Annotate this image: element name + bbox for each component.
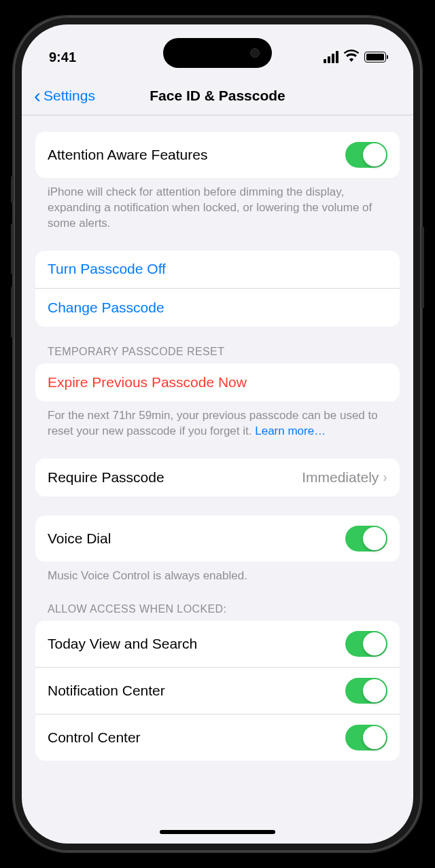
page-title: Face ID & Passcode [150, 88, 285, 104]
dynamic-island [163, 38, 272, 68]
voice-dial-footer: Music Voice Control is always enabled. [35, 562, 400, 584]
back-button[interactable]: ‹ Settings [34, 86, 95, 106]
settings-content[interactable]: Attention Aware Features iPhone will che… [22, 115, 413, 844]
chevron-right-icon: › [383, 469, 387, 485]
camera-dot [250, 48, 260, 58]
learn-more-link[interactable]: Learn more… [255, 424, 326, 437]
status-time: 9:41 [49, 50, 76, 65]
require-passcode-row[interactable]: Require Passcode Immediately › [35, 458, 400, 496]
temp-reset-footer: For the next 71hr 59min, your previous p… [35, 401, 400, 439]
notification-center-row: Notification Center [35, 668, 400, 715]
navigation-bar: ‹ Settings Face ID & Passcode [22, 76, 413, 115]
home-indicator[interactable] [160, 830, 275, 834]
today-view-label: Today View and Search [48, 636, 197, 652]
side-buttons-left [11, 176, 14, 358]
chevron-left-icon: ‹ [34, 86, 41, 106]
control-center-toggle[interactable] [345, 725, 387, 751]
attention-aware-row: Attention Aware Features [35, 132, 400, 178]
allow-access-header: ALLOW ACCESS WHEN LOCKED: [35, 603, 400, 621]
today-view-toggle[interactable] [345, 631, 387, 657]
side-button-right [421, 227, 424, 308]
turn-passcode-off-label: Turn Passcode Off [48, 261, 166, 277]
temp-reset-header: TEMPORARY PASSCODE RESET [35, 346, 400, 363]
voice-dial-toggle[interactable] [345, 526, 387, 551]
screen: 9:41 ‹ Settings Face ID & Passcode [22, 24, 413, 844]
notification-center-toggle[interactable] [345, 678, 387, 704]
wifi-icon [344, 50, 359, 65]
control-center-label: Control Center [48, 729, 141, 746]
change-passcode-label: Change Passcode [48, 300, 164, 316]
battery-icon [364, 52, 386, 62]
notification-center-label: Notification Center [48, 683, 165, 699]
attention-aware-label: Attention Aware Features [48, 147, 207, 163]
cellular-icon [324, 51, 338, 63]
turn-passcode-off-button[interactable]: Turn Passcode Off [35, 251, 400, 289]
voice-dial-label: Voice Dial [48, 530, 111, 547]
expire-passcode-button[interactable]: Expire Previous Passcode Now [35, 363, 400, 401]
require-passcode-label: Require Passcode [48, 469, 164, 486]
attention-aware-footer: iPhone will check for attention before d… [35, 178, 400, 232]
back-label: Settings [44, 88, 95, 104]
expire-passcode-label: Expire Previous Passcode Now [48, 374, 247, 391]
today-view-row: Today View and Search [35, 621, 400, 668]
voice-dial-row: Voice Dial [35, 516, 400, 562]
attention-aware-toggle[interactable] [345, 142, 387, 168]
require-passcode-value: Immediately [302, 469, 379, 486]
phone-frame: 9:41 ‹ Settings Face ID & Passcode [14, 16, 421, 852]
change-passcode-button[interactable]: Change Passcode [35, 289, 400, 327]
control-center-row: Control Center [35, 715, 400, 761]
